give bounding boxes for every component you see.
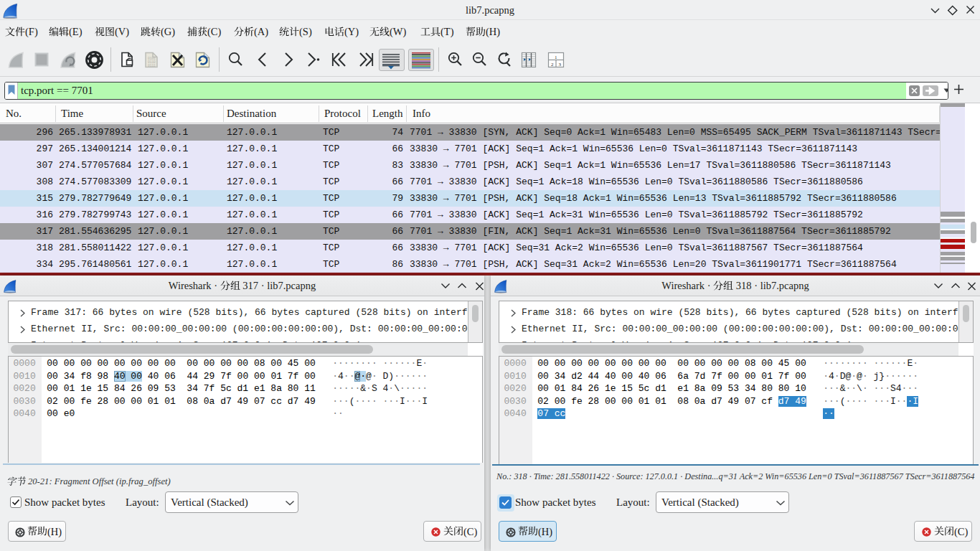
svg-text:1: 1 [555, 55, 557, 60]
svg-text:0111: 0111 [148, 64, 156, 67]
svg-text:2: 2 [551, 62, 554, 67]
svg-text:3: 3 [559, 62, 562, 67]
